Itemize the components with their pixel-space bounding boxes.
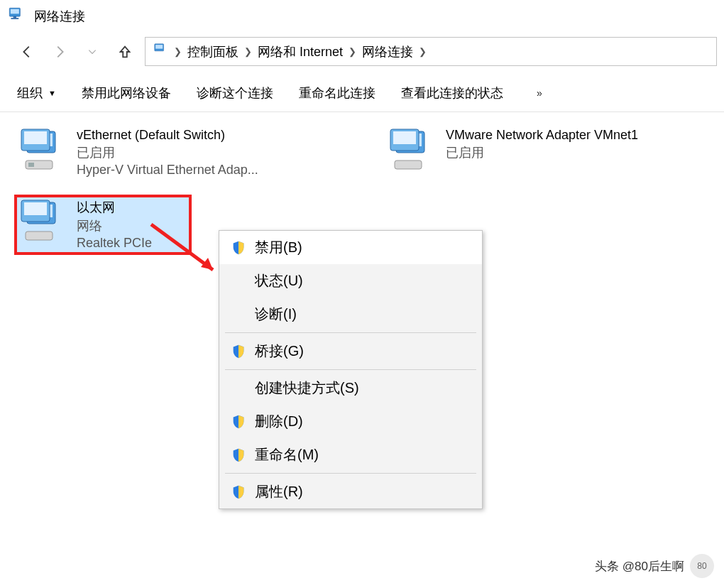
diagnose-button[interactable]: 诊断这个连接 (197, 85, 273, 102)
toolbar-overflow[interactable]: » (529, 87, 550, 99)
organize-menu[interactable]: 组织 ▼ (17, 85, 56, 102)
back-button[interactable] (14, 39, 40, 65)
context-menu: 禁用(B)状态(U)诊断(I)桥接(G)创建快捷方式(S)删除(D)重命名(M)… (219, 230, 483, 509)
window-title: 网络连接 (34, 8, 85, 25)
context-menu-item[interactable]: 桥接(G) (219, 334, 482, 368)
context-menu-label: 桥接(G) (255, 342, 472, 361)
adapter-name: 以太网 (77, 199, 152, 216)
context-menu-label: 删除(D) (255, 412, 472, 431)
network-connection-icon (153, 42, 168, 61)
up-button[interactable] (112, 39, 138, 65)
annotation-arrow-icon (146, 219, 231, 285)
forward-button[interactable] (47, 39, 72, 65)
svg-rect-15 (393, 131, 416, 144)
context-menu-label: 重命名(M) (255, 445, 472, 464)
context-menu-item[interactable]: 创建快捷方式(S) (219, 371, 482, 405)
context-menu-label: 属性(R) (255, 482, 472, 501)
adapter-list: vEthernet (Default Switch) 已启用 Hyper-V V… (0, 112, 724, 266)
network-adapter-icon (18, 128, 68, 178)
svg-rect-20 (24, 202, 47, 215)
context-menu-label: 诊断(I) (255, 305, 472, 324)
address-bar[interactable]: ❯ 控制面板 ❯ 网络和 Internet ❯ 网络连接 ❯ (145, 37, 717, 66)
adapter-device: Realtek PCIe (77, 236, 152, 251)
context-menu-item[interactable]: 诊断(I) (219, 298, 482, 331)
shield-icon (229, 414, 248, 430)
adapter-status: 已启用 (446, 144, 638, 161)
chevron-right-icon: ❯ (174, 46, 182, 57)
watermark-text: 头条 @80后生啊 (595, 558, 684, 575)
context-menu-item[interactable]: 重命名(M) (219, 438, 482, 472)
chevron-right-icon: ❯ (349, 46, 356, 57)
context-menu-item[interactable]: 删除(D) (219, 405, 482, 438)
breadcrumb-item[interactable]: 网络连接 (362, 43, 413, 60)
shield-icon (229, 447, 248, 463)
command-toolbar: 组织 ▼ 禁用此网络设备 诊断这个连接 重命名此连接 查看此连接的状态 » (0, 73, 724, 112)
recent-dropdown[interactable] (79, 39, 105, 65)
adapter-item[interactable]: VMware Network Adapter VMnet1 已启用 (383, 124, 710, 182)
context-menu-item[interactable]: 状态(U) (219, 264, 482, 298)
context-menu-item[interactable]: 属性(R) (219, 475, 482, 508)
context-menu-item[interactable]: 禁用(B) (219, 231, 482, 264)
avatar-icon: 80 (690, 554, 714, 578)
context-menu-label: 状态(U) (255, 271, 472, 290)
network-adapter-icon (388, 128, 437, 178)
svg-rect-1 (11, 9, 19, 14)
adapter-status: 网络 (77, 217, 152, 234)
network-connection-icon (7, 6, 26, 27)
svg-rect-9 (24, 131, 47, 144)
context-menu-label: 创建快捷方式(S) (255, 379, 472, 398)
svg-rect-16 (395, 160, 422, 169)
navigation-bar: ❯ 控制面板 ❯ 网络和 Internet ❯ 网络连接 ❯ (0, 33, 724, 73)
watermark: 头条 @80后生啊 80 (595, 554, 714, 578)
breadcrumb-item[interactable]: 网络和 Internet (258, 43, 343, 60)
adapter-name: vEthernet (Default Switch) (77, 128, 258, 143)
chevron-right-icon: ❯ (419, 46, 427, 57)
view-status-button[interactable]: 查看此连接的状态 (401, 85, 503, 102)
organize-label: 组织 (17, 85, 43, 102)
menu-separator (225, 369, 476, 370)
svg-rect-5 (155, 45, 163, 49)
chevron-down-icon: ▼ (48, 89, 56, 97)
disable-device-button[interactable]: 禁用此网络设备 (82, 85, 171, 102)
context-menu-label: 禁用(B) (255, 238, 472, 257)
chevron-right-icon: ❯ (244, 46, 252, 57)
adapter-device: Hyper-V Virtual Ethernet Adap... (77, 163, 258, 178)
menu-separator (225, 332, 476, 333)
network-adapter-icon (18, 199, 68, 251)
svg-line-22 (151, 224, 213, 270)
adapter-status: 已启用 (77, 144, 258, 161)
shield-icon (229, 484, 248, 500)
menu-separator (225, 473, 476, 474)
svg-rect-3 (11, 18, 18, 19)
window-titlebar: 网络连接 (0, 0, 724, 33)
svg-rect-11 (28, 163, 34, 167)
adapter-name: VMware Network Adapter VMnet1 (446, 128, 638, 143)
svg-rect-2 (13, 16, 16, 18)
svg-rect-21 (26, 232, 53, 240)
adapter-item[interactable]: vEthernet (Default Switch) 已启用 Hyper-V V… (14, 124, 341, 182)
rename-button[interactable]: 重命名此连接 (299, 85, 375, 102)
shield-icon (229, 344, 248, 359)
shield-icon (229, 240, 248, 256)
breadcrumb-item[interactable]: 控制面板 (187, 43, 238, 60)
